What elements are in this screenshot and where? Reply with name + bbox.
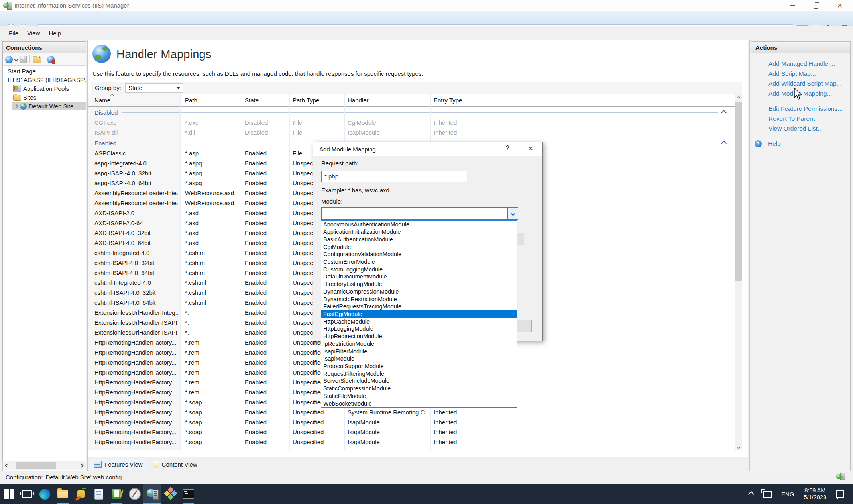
- taskbar-notebook-app[interactable]: [108, 484, 126, 504]
- table-row[interactable]: HttpRemotingHandlerFactory...*.soapEnabl…: [88, 427, 735, 437]
- group-row[interactable]: Disabled: [88, 108, 735, 118]
- module-option[interactable]: DirectoryListingModule: [321, 280, 517, 288]
- start-button[interactable]: [0, 484, 18, 504]
- action-center-icon[interactable]: [836, 490, 844, 498]
- module-option[interactable]: StaticFileModule: [321, 392, 517, 400]
- scroll-right-button[interactable]: [77, 461, 85, 470]
- action-link[interactable]: Edit Feature Permissions...: [768, 104, 850, 113]
- taskbar-odbc[interactable]: [161, 484, 179, 504]
- panel-splitter-right[interactable]: [749, 40, 750, 471]
- taskbar-file-explorer[interactable]: [54, 484, 72, 504]
- module-option[interactable]: ConfigurationValidationModule: [321, 251, 517, 258]
- module-option[interactable]: CustomLoggingModule: [321, 265, 517, 273]
- table-row[interactable]: CGI-exe*.exeDisabledFileCgiModuleInherit…: [88, 118, 735, 127]
- taskbar-iis-manager[interactable]: [143, 484, 161, 504]
- group-by-select[interactable]: State: [125, 83, 183, 93]
- table-vscrollbar[interactable]: [735, 94, 742, 450]
- module-option[interactable]: FailedRequestsTracingModule: [321, 303, 517, 310]
- module-option[interactable]: RequestFilteringModule: [321, 370, 517, 377]
- module-option[interactable]: AnonymousAuthenticationModule: [321, 221, 517, 228]
- module-option[interactable]: BasicAuthenticationModule: [321, 235, 517, 243]
- scrollbar-thumb[interactable]: [16, 462, 56, 469]
- table-row[interactable]: HttpRemotingHandlerFactory...*.soapEnabl…: [88, 417, 735, 427]
- module-option[interactable]: CgiModule: [321, 243, 517, 251]
- tree-expander-icon[interactable]: [13, 104, 18, 109]
- taskbar-terminal[interactable]: [179, 484, 197, 504]
- module-option[interactable]: DefaultDocumentModule: [321, 273, 517, 280]
- action-link[interactable]: Add Managed Handler...: [768, 59, 850, 68]
- module-option[interactable]: HttpCacheModule: [321, 318, 517, 325]
- menu-item-file[interactable]: File: [9, 30, 18, 37]
- module-option[interactable]: IsapiModule: [321, 355, 517, 363]
- taskbar-browser[interactable]: [126, 484, 143, 504]
- action-link[interactable]: Revert To Parent: [768, 114, 850, 123]
- module-option[interactable]: WebSocketModule: [321, 400, 517, 407]
- tree-item[interactable]: Default Web Site: [12, 102, 86, 110]
- dialog-help-button[interactable]: ?: [502, 145, 513, 153]
- clock[interactable]: 8:59 AM 5/1/2023: [804, 487, 826, 501]
- scroll-down-button[interactable]: [735, 443, 743, 450]
- taskbar-notepad[interactable]: [90, 484, 108, 504]
- combobox-dropdown-button[interactable]: [507, 208, 518, 219]
- action-link[interactable]: Add Module Mapping...: [768, 89, 850, 98]
- show-hidden-icons-button[interactable]: [748, 491, 755, 497]
- tree-item[interactable]: Application Pools: [3, 84, 86, 93]
- dialog-close-button[interactable]: ✕: [525, 145, 536, 153]
- module-option[interactable]: IpRestrictionModule: [321, 340, 517, 348]
- task-view-button[interactable]: [18, 484, 36, 504]
- module-option[interactable]: DynamicIpRestrictionModule: [321, 295, 517, 303]
- scroll-left-button[interactable]: [3, 461, 11, 470]
- module-option[interactable]: ProtocolSupportModule: [321, 363, 517, 370]
- collapse-group-icon[interactable]: [721, 110, 727, 115]
- column-header-state[interactable]: State: [245, 97, 259, 104]
- save-icon[interactable]: [20, 56, 27, 63]
- delete-connection-icon[interactable]: [47, 56, 55, 63]
- action-link[interactable]: Add Script Map...: [768, 69, 850, 78]
- table-row[interactable]: HttpRemotingHandlerFactory...*.soapEnabl…: [88, 437, 735, 447]
- minimize-button[interactable]: [782, 0, 802, 11]
- close-button[interactable]: ✕: [830, 0, 850, 11]
- tree-item[interactable]: Sites: [3, 93, 86, 102]
- tree-item[interactable]: Start Page: [3, 67, 86, 75]
- module-option[interactable]: StaticCompressionModule: [321, 385, 517, 392]
- taskbar-edge[interactable]: [36, 484, 54, 504]
- menu-item-view[interactable]: View: [27, 30, 40, 37]
- module-option[interactable]: HttpLoggingModule: [321, 325, 517, 333]
- module-option[interactable]: ApplicationInitializationModule: [321, 228, 517, 236]
- tab-content-view[interactable]: Content View: [149, 459, 202, 470]
- module-option[interactable]: HttpRedirectionModule: [321, 333, 517, 340]
- restore-button[interactable]: [806, 0, 826, 11]
- collapse-group-icon[interactable]: [721, 140, 727, 146]
- connect-globe-icon[interactable]: [5, 56, 13, 63]
- table-row[interactable]: HttpRemotingHandlerFactory...*.soapEnabl…: [88, 447, 735, 450]
- scrollbar-thumb[interactable]: [735, 102, 742, 281]
- column-header-name[interactable]: Name: [94, 97, 110, 104]
- column-header-handler[interactable]: Handler: [348, 97, 369, 104]
- tab-features-view[interactable]: Features View: [90, 459, 147, 470]
- up-folder-icon[interactable]: [33, 57, 41, 63]
- module-option[interactable]: IsapiFilterModule: [321, 347, 517, 355]
- panel-splitter-left[interactable]: [87, 40, 88, 471]
- module-option[interactable]: DynamicCompressionModule: [321, 288, 517, 295]
- column-header-entry-type[interactable]: Entry Type: [434, 97, 462, 104]
- column-header-path[interactable]: Path: [185, 97, 197, 104]
- module-combobox[interactable]: [321, 207, 518, 220]
- action-help[interactable]: ?Help: [755, 139, 850, 148]
- table-row[interactable]: ISAPI-dll*.dllDisabledFileIsapiModuleInh…: [88, 127, 735, 137]
- action-link[interactable]: View Ordered List...: [768, 124, 850, 133]
- taskbar-sql-config-tool[interactable]: [72, 484, 90, 504]
- action-link[interactable]: Add Wildcard Script Map...: [768, 79, 850, 88]
- scroll-up-button[interactable]: [735, 94, 743, 102]
- language-indicator[interactable]: ENG: [781, 491, 794, 498]
- column-header-path-type[interactable]: Path Type: [293, 97, 319, 104]
- module-option[interactable]: ServerSideIncludeModule: [321, 377, 517, 385]
- module-option[interactable]: CustomErrorModule: [321, 258, 517, 266]
- request-path-input[interactable]: *.php: [321, 171, 467, 182]
- tree-item[interactable]: ILH91AGKSF (ILH91AGKSF\Ad: [3, 75, 86, 84]
- network-icon[interactable]: [763, 491, 772, 498]
- connect-dropdown-caret-icon[interactable]: [14, 57, 18, 61]
- menu-item-help[interactable]: Help: [49, 30, 61, 37]
- connections-hscrollbar[interactable]: [2, 461, 86, 470]
- module-option[interactable]: FastCgiModule: [321, 310, 517, 318]
- table-row[interactable]: HttpRemotingHandlerFactory...*.soapEnabl…: [88, 407, 735, 417]
